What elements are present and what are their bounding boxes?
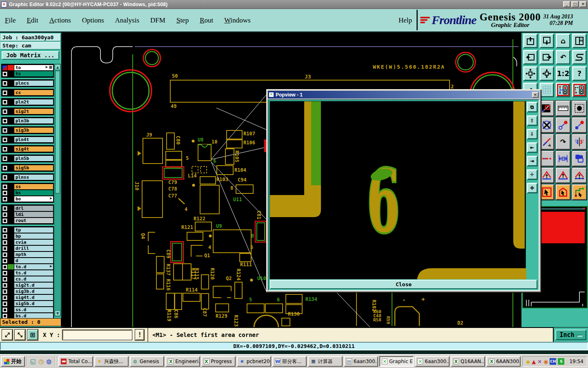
layer-row-pln3b[interactable]: pln3b [2, 118, 53, 124]
layer-name[interactable]: pln2t [14, 99, 53, 105]
layer-color-swatch[interactable] [8, 196, 14, 202]
layer-color-swatch[interactable] [8, 65, 14, 70]
popview-zoom-out-button[interactable]: ⇩ [527, 129, 538, 139]
layer-checkbox[interactable] [2, 166, 7, 171]
popview-titlebar[interactable]: ✕ Popview - 1 ✕ [268, 91, 539, 99]
serpentine-button[interactable] [572, 50, 587, 65]
layer-row-sig4t.d[interactable]: sig4t.d [2, 294, 53, 301]
layer-checkbox[interactable] [2, 212, 7, 217]
pan-left-button[interactable] [523, 50, 538, 65]
layer-color-swatch[interactable] [8, 99, 14, 105]
scroll-down-icon[interactable]: ▼ [55, 310, 60, 316]
layer-name[interactable]: sig4t [14, 146, 53, 152]
layer-color-swatch[interactable] [8, 156, 14, 161]
layer-checkbox[interactable] [2, 147, 7, 152]
layer-color-swatch[interactable] [8, 295, 14, 300]
start-button[interactable]: 开始 [1, 356, 25, 367]
menu-help[interactable]: Help [399, 9, 412, 31]
layer-checkbox[interactable] [2, 295, 7, 300]
rotate-button[interactable]: ↷ [556, 134, 570, 150]
layer-row-sig5b[interactable]: sig5b [2, 165, 53, 171]
job-matrix-button[interactable]: Job Matrix ... [2, 51, 59, 60]
layer-name[interactable]: cvia [14, 240, 53, 245]
taskbar-task-6aan300[interactable]: ✕6aan300... [415, 356, 449, 367]
layer-row-ldi[interactable]: ldi [2, 211, 53, 218]
layer-checkbox[interactable] [2, 301, 7, 306]
layer-row-to.d[interactable]: to.d➤ [2, 264, 53, 270]
layer-row-pln4t[interactable]: pln4t [2, 137, 53, 143]
menu-options[interactable]: Options [82, 16, 104, 25]
taskbar-task-engineeri[interactable]: XEngineeri... [165, 356, 200, 367]
layer-row-d[interactable]: d [2, 258, 53, 264]
layer-row-bo[interactable]: bo➤ [2, 196, 53, 202]
layer-name[interactable]: ss.d [14, 307, 53, 312]
layer-name[interactable]: bs [14, 190, 53, 195]
layer-checkbox[interactable] [2, 119, 7, 123]
measure-ruler-button[interactable] [556, 101, 570, 116]
layer-row-rout[interactable]: rout [2, 218, 53, 224]
layer-checkbox[interactable] [2, 228, 7, 233]
move-point-button[interactable] [556, 117, 570, 133]
layer-checkbox[interactable] [2, 156, 7, 161]
layer-color-swatch[interactable] [8, 184, 14, 189]
layer-color-swatch[interactable] [8, 289, 14, 294]
layer-checkbox[interactable] [2, 283, 7, 288]
layer-row-plnss[interactable]: plnss [2, 174, 53, 180]
layer-checkbox[interactable] [2, 100, 7, 105]
layer-checkbox[interactable] [2, 81, 7, 86]
select-polygon-button[interactable] [556, 184, 570, 200]
scroll-up-icon[interactable]: ▲ [55, 64, 60, 70]
layer-color-swatch[interactable] [8, 146, 14, 152]
layer-checkbox[interactable] [2, 277, 7, 282]
split-window-xy-button[interactable]: XY [572, 34, 587, 48]
layer-checkbox[interactable] [2, 258, 7, 263]
layer-name[interactable]: sig2t.d [14, 283, 53, 288]
layer-color-swatch[interactable] [8, 301, 14, 306]
select-pad-button[interactable] [572, 101, 587, 116]
popview-zoom-in-button[interactable]: ⇧ [527, 115, 538, 126]
layer-checkbox[interactable] [2, 252, 7, 257]
select-net-button[interactable] [572, 184, 587, 200]
tray-triangle-icon[interactable]: ▲ [532, 359, 536, 365]
layer-name[interactable]: bo➤ [14, 196, 53, 202]
negative-view-button[interactable] [539, 101, 554, 116]
pan-right-button[interactable] [539, 50, 554, 65]
layer-checkbox[interactable] [2, 314, 7, 319]
layer-color-swatch[interactable] [8, 276, 14, 282]
xy-input[interactable] [62, 330, 132, 340]
layer-checkbox[interactable] [2, 289, 7, 294]
layer-row-bp[interactable]: bp [2, 233, 53, 239]
layer-name[interactable]: tp [14, 227, 53, 233]
layer-checkbox[interactable] [2, 109, 7, 114]
layer-name[interactable]: sig2t [14, 109, 53, 114]
layer-row-cvia[interactable]: cvia [2, 239, 53, 245]
layer-color-swatch[interactable] [8, 240, 14, 245]
measure-distance-button[interactable] [556, 151, 570, 166]
shrink-view-button[interactable] [539, 66, 554, 81]
layer-color-swatch[interactable] [8, 118, 14, 123]
layer-row-pln5b[interactable]: pln5b [2, 155, 53, 162]
layer-color-swatch[interactable] [8, 71, 14, 76]
layer-color-swatch[interactable] [8, 212, 14, 217]
layer-row-ts.d[interactable]: ts.d [2, 270, 53, 276]
grid-button[interactable] [539, 83, 554, 97]
layer-row-to[interactable]: to➤▦ [2, 65, 53, 71]
layer-color-swatch[interactable] [8, 165, 14, 171]
layer-name[interactable]: pln3b [14, 118, 53, 123]
layer-row-pln2t[interactable]: pln2t [2, 99, 53, 105]
ql-clock-icon[interactable]: ◷ [38, 358, 44, 365]
layer-name[interactable]: cs [14, 90, 53, 95]
layer-name[interactable]: to.d➤ [14, 264, 53, 269]
menu-file[interactable]: File [5, 16, 16, 25]
warning-button[interactable]: ! [135, 330, 144, 340]
ql-globe-icon[interactable]: ◍ [46, 358, 51, 365]
layer-row-sig2t.d[interactable]: sig2t.d [2, 282, 53, 288]
taskbar-task-6aan300[interactable]: ▤6aan300... [344, 356, 378, 367]
menu-rout[interactable]: Rout [200, 16, 213, 25]
units-dropdown[interactable]: Inch [555, 330, 586, 340]
layer-display-b-button[interactable] [572, 83, 587, 97]
layer-color-swatch[interactable] [8, 258, 14, 263]
layer-color-swatch[interactable] [8, 252, 14, 257]
layer-color-swatch[interactable] [8, 233, 14, 239]
layer-checkbox[interactable] [2, 240, 7, 245]
